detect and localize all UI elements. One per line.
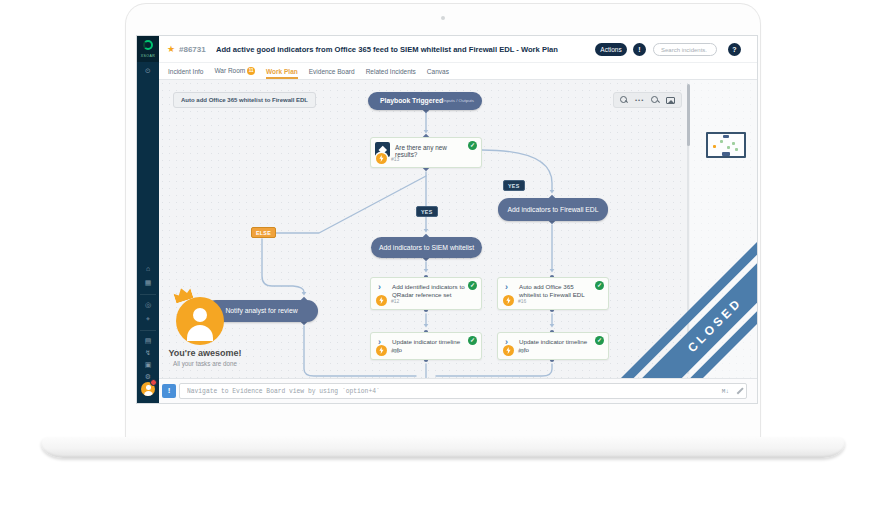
task-id: #12 — [391, 298, 399, 304]
tab-canvas[interactable]: Canvas — [427, 68, 449, 79]
favorite-star-icon[interactable]: ★ — [167, 44, 175, 54]
actions-button[interactable]: Actions — [595, 43, 627, 56]
mascot-avatar — [176, 297, 224, 345]
bolt-icon — [376, 345, 387, 356]
tab-bar: Incident Info War Room 11 Work Plan Evid… — [159, 63, 757, 80]
canvas-scrollbar-thumb[interactable] — [687, 84, 690, 146]
minimap-node — [723, 135, 729, 138]
condition-title: Are there any new results? — [395, 144, 468, 158]
mascot — [176, 297, 224, 345]
search-input[interactable] — [653, 43, 717, 56]
tab-related-incidents[interactable]: Related Incidents — [366, 68, 416, 79]
cli-markdown-hint: M↓ — [722, 388, 729, 395]
automation-icon[interactable]: ↯ — [137, 348, 159, 358]
task-title: Update indicator timeline info — [392, 338, 468, 355]
playbook-name-chip: Auto add Office 365 whitelist to Firewal… — [173, 92, 316, 108]
task-card-auto-add-office365[interactable]: › Auto add Office 365 whitelist to Firew… — [497, 277, 609, 310]
help-button[interactable]: ? — [728, 43, 741, 56]
task-title: Add identified indicators to QRadar refe… — [392, 283, 468, 300]
branch-label-yes-down: YES — [416, 206, 438, 217]
bolt-icon — [376, 295, 387, 306]
pin-icon[interactable]: ⊙ — [137, 66, 159, 76]
cli-bar: ! M↓ — [159, 378, 757, 403]
minimap-node — [727, 146, 730, 149]
laptop-base — [41, 437, 845, 458]
sidebar-divider — [140, 330, 156, 331]
task-type-icon: › — [505, 282, 508, 292]
task-complete-icon: ✓ — [595, 281, 604, 290]
mascot-body — [187, 325, 213, 341]
war-room-badge: 11 — [247, 67, 255, 75]
node-add-indicators-siem[interactable]: Add indicators to SIEM whitelist — [371, 237, 482, 258]
branch-label-yes-right: YES — [503, 180, 525, 191]
task-title: Update indicator timeline info — [519, 338, 595, 355]
mascot-message-subtitle: All your tasks are done — [159, 360, 265, 367]
task-complete-icon: ✓ — [468, 281, 477, 290]
tab-war-room[interactable]: War Room 11 — [214, 67, 255, 79]
home-icon[interactable]: ⌂ — [137, 264, 159, 274]
minimap-node — [713, 145, 716, 148]
task-complete-icon: ✓ — [595, 336, 604, 345]
avatar-head — [146, 385, 151, 390]
task-card-update-timeline-left[interactable]: › Update indicator timeline info ✓ #15 — [370, 332, 482, 360]
task-card-update-timeline-right[interactable]: › Update indicator timeline info ✓ #17 — [497, 332, 609, 360]
xsoar-logo[interactable]: XSOAR — [137, 36, 159, 62]
task-id: #13 — [391, 156, 399, 162]
sidebar: XSOAR ⊙ ⌂ ▦ ◎ ⌖ ▤ ↯ ▣ ⚙ — [137, 36, 159, 403]
tab-work-plan[interactable]: Work Plan — [266, 68, 298, 79]
task-type-icon: › — [378, 282, 381, 292]
bolt-icon — [503, 295, 514, 306]
cli-input[interactable] — [179, 383, 747, 399]
more-options-icon[interactable]: ••• — [635, 97, 644, 103]
notification-badge — [150, 379, 157, 386]
tab-evidence-board[interactable]: Evidence Board — [309, 68, 355, 79]
cli-prompt-button[interactable]: ! — [162, 384, 176, 398]
laptop-camera — [441, 16, 445, 20]
dashboards-icon[interactable]: ▦ — [137, 278, 159, 288]
zoom-in-icon[interactable] — [620, 96, 628, 104]
task-id: #15 — [391, 348, 399, 354]
page-title: Add active good indicators from Office 3… — [216, 45, 588, 54]
task-title: Auto add Office 365 whitelist to Firewal… — [519, 283, 595, 300]
sidebar-divider — [140, 294, 156, 295]
app-window: XSOAR ⊙ ⌂ ▦ ◎ ⌖ ▤ ↯ ▣ ⚙ ★ #86731 Add act… — [137, 36, 757, 403]
minimap-node — [720, 140, 723, 143]
canvas-toolbar: ••• — [613, 92, 682, 108]
task-complete-icon: ✓ — [468, 336, 477, 345]
minimap-viewport — [722, 152, 730, 156]
playbook-minimap[interactable] — [706, 132, 746, 158]
minimap-node — [735, 148, 738, 151]
node-condition-new-results[interactable]: Are there any new results? ✓ #13 — [370, 137, 482, 168]
xsoar-logo-text: XSOAR — [137, 54, 159, 58]
task-card-qradar[interactable]: › Add identified indicators to QRadar re… — [370, 277, 482, 310]
playbooks-icon[interactable]: ▤ — [137, 336, 159, 346]
minimap-node — [732, 142, 735, 145]
node-add-indicators-firewall[interactable]: Add indicators to Firewall EDL — [498, 198, 608, 221]
mascot-head — [193, 308, 207, 322]
branch-label-else: ELSE — [251, 227, 276, 238]
task-id: #16 — [518, 298, 526, 304]
screenshot-icon[interactable] — [666, 97, 675, 104]
bolt-icon — [376, 153, 387, 164]
incidents-icon[interactable]: ◎ — [137, 300, 159, 310]
incident-header: ★ #86731 Add active good indicators from… — [159, 36, 757, 63]
xsoar-logo-icon — [143, 40, 153, 50]
cli-expand-icon[interactable] — [735, 387, 743, 395]
incident-id: #86731 — [179, 45, 206, 54]
workplan-canvas[interactable]: Auto add Office 365 whitelist to Firewal… — [159, 80, 757, 378]
node-playbook-triggered[interactable]: Playbook Triggered Inputs / Outputs — [368, 92, 482, 110]
playbook-triggered-label: Playbook Triggered — [380, 92, 443, 110]
task-id: #17 — [518, 348, 526, 354]
cli-toggle-button[interactable]: ! — [633, 43, 646, 56]
task-complete-icon: ✓ — [468, 141, 477, 150]
zoom-out-icon[interactable] — [651, 96, 659, 104]
mascot-message-title: You're awesome! — [159, 348, 265, 358]
indicators-icon[interactable]: ⌖ — [137, 314, 159, 324]
tab-incident-info[interactable]: Incident Info — [168, 68, 203, 79]
avatar-body — [144, 391, 153, 397]
reports-icon[interactable]: ▣ — [137, 360, 159, 370]
bolt-icon — [503, 345, 514, 356]
inputs-outputs-link[interactable]: Inputs / Outputs — [443, 92, 474, 110]
